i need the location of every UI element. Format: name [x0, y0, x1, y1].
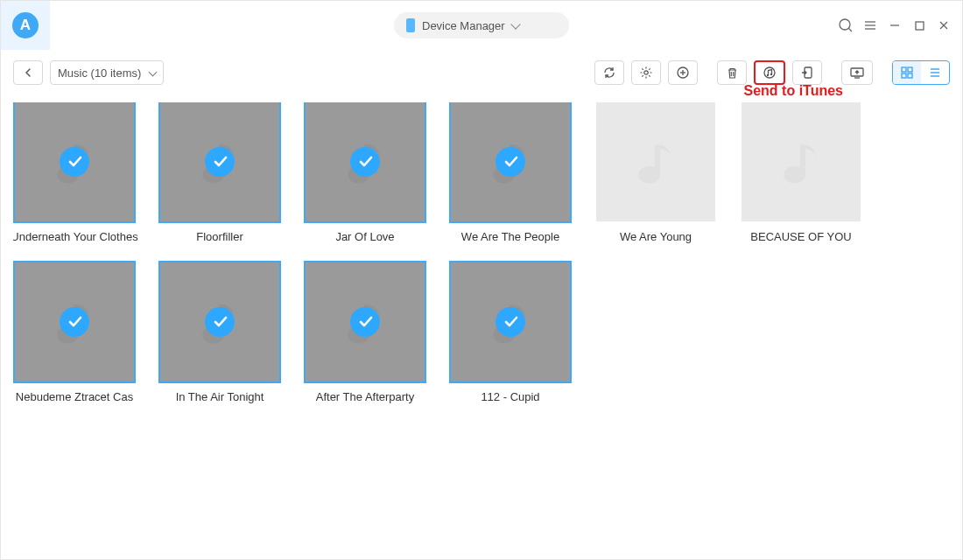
music-title: Jar Of Love: [299, 230, 431, 243]
music-title: In The Air Tonight: [154, 390, 285, 403]
music-title: Underneath Your Clothes: [13, 230, 140, 243]
menu-icon[interactable]: [861, 16, 880, 35]
chevron-down-icon: [149, 67, 158, 76]
device-label: Device Manager: [422, 19, 505, 32]
grid-view-button[interactable]: [893, 61, 921, 84]
selected-check-icon: [60, 147, 89, 177]
music-title: Floorfiller: [154, 230, 285, 243]
music-thumbnail[interactable]: [15, 102, 134, 221]
minimize-button[interactable]: [885, 16, 904, 35]
music-thumbnail[interactable]: [596, 102, 715, 221]
music-title: 112 - Cupid: [445, 390, 576, 403]
refresh-button[interactable]: [594, 60, 624, 85]
selected-check-icon: [205, 147, 235, 177]
selected-check-icon: [350, 307, 380, 337]
send-to-itunes-callout: Send to iTunes: [744, 83, 843, 99]
back-button[interactable]: [13, 60, 43, 85]
view-toggle: [892, 60, 950, 85]
music-thumbnail[interactable]: [160, 102, 279, 221]
music-thumbnail[interactable]: [306, 262, 425, 382]
music-item[interactable]: BECAUSE OF YOU: [740, 102, 862, 243]
svg-point-15: [764, 67, 775, 78]
selected-check-icon: [496, 307, 525, 337]
add-button[interactable]: [668, 60, 698, 85]
music-item[interactable]: Floorfiller: [158, 102, 281, 243]
selected-check-icon: [350, 147, 380, 177]
selected-check-icon: [496, 147, 525, 177]
svg-rect-23: [902, 74, 906, 78]
music-item[interactable]: Nebudeme Ztracet Cas: [13, 262, 136, 403]
svg-point-17: [770, 74, 772, 75]
music-item[interactable]: After The Afterparty: [304, 262, 426, 403]
app-logo-letter: A: [12, 12, 39, 38]
music-title: We Are The People: [445, 230, 576, 243]
phone-icon: [406, 18, 415, 32]
breadcrumb-label: Music (10 items): [58, 66, 141, 80]
to-device-button[interactable]: [792, 60, 822, 85]
svg-point-9: [644, 71, 648, 74]
music-item[interactable]: In The Air Tonight: [158, 262, 281, 403]
app-logo: A: [1, 1, 50, 50]
breadcrumb-dropdown[interactable]: Music (10 items): [50, 60, 164, 85]
music-grid: Underneath Your ClothesFloorfillerJar Of…: [13, 102, 950, 423]
titlebar: A Device Manager: [1, 1, 962, 50]
toolbar: Music (10 items) Send to iTunes: [13, 55, 950, 90]
svg-point-0: [840, 19, 850, 30]
svg-rect-22: [908, 67, 912, 72]
music-title: Nebudeme Ztracet Cas: [13, 390, 140, 403]
to-computer-button[interactable]: [841, 60, 873, 85]
music-thumbnail[interactable]: [306, 102, 425, 221]
svg-rect-6: [916, 22, 924, 30]
music-thumbnail[interactable]: [15, 262, 134, 382]
music-thumbnail[interactable]: [451, 262, 570, 382]
music-title: After The Afterparty: [299, 390, 431, 403]
chevron-down-icon: [510, 19, 520, 29]
send-to-itunes-button[interactable]: [754, 60, 785, 85]
music-item[interactable]: We Are The People: [449, 102, 572, 243]
svg-rect-24: [908, 74, 912, 78]
close-button[interactable]: [934, 16, 953, 35]
delete-button[interactable]: [717, 60, 747, 85]
svg-point-16: [767, 74, 769, 76]
music-note-icon: [777, 138, 825, 186]
svg-rect-21: [902, 67, 906, 72]
svg-line-1: [849, 29, 853, 32]
music-item[interactable]: Jar Of Love: [304, 102, 426, 243]
selected-check-icon: [60, 307, 89, 337]
selected-check-icon: [205, 307, 235, 337]
content-area: Underneath Your ClothesFloorfillerJar Of…: [13, 102, 950, 550]
music-note-icon: [632, 138, 679, 186]
music-thumbnail[interactable]: [160, 262, 279, 382]
search-icon[interactable]: [836, 16, 855, 35]
list-view-button[interactable]: [921, 61, 949, 84]
music-thumbnail[interactable]: [742, 102, 861, 221]
music-item[interactable]: We Are Young: [594, 102, 717, 243]
window-controls: [836, 1, 953, 50]
music-item[interactable]: Underneath Your Clothes: [13, 102, 136, 243]
device-manager-dropdown[interactable]: Device Manager: [394, 12, 569, 38]
music-title: We Are Young: [590, 230, 721, 243]
music-item[interactable]: 112 - Cupid: [449, 262, 572, 403]
settings-button[interactable]: [631, 60, 661, 85]
maximize-button[interactable]: [910, 16, 929, 35]
music-title: BECAUSE OF YOU: [735, 230, 867, 243]
music-thumbnail[interactable]: [451, 102, 570, 221]
